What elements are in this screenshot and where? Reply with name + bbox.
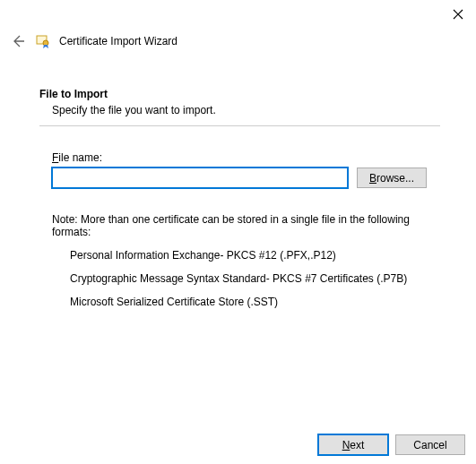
next-button[interactable]: Next (318, 434, 388, 455)
note-item: Personal Information Exchange- PKCS #12 … (70, 249, 440, 262)
page-subheading: Specify the file you want to import. (52, 104, 440, 116)
file-name-input[interactable] (52, 168, 348, 188)
certificate-icon (36, 34, 50, 48)
page-heading: File to Import (39, 88, 440, 100)
divider (39, 125, 440, 126)
back-arrow-icon[interactable] (9, 32, 27, 50)
note-item: Cryptographic Message Syntax Standard- P… (70, 272, 440, 285)
note-item: Microsoft Serialized Certificate Store (… (70, 296, 440, 308)
note-block: Note: More than one certificate can be s… (52, 213, 440, 308)
file-field-block: File name: Browse... (52, 151, 440, 188)
file-input-row: Browse... (52, 168, 440, 188)
browse-button[interactable]: Browse... (357, 168, 427, 188)
note-intro: Note: More than one certificate can be s… (52, 213, 440, 238)
footer-buttons: Next Cancel (318, 434, 465, 455)
cancel-button[interactable]: Cancel (395, 434, 465, 455)
titlebar (0, 0, 476, 29)
file-name-label: File name: (52, 151, 440, 164)
wizard-title: Certificate Import Wizard (59, 35, 177, 47)
wizard-header: Certificate Import Wizard (0, 29, 476, 50)
content-area: File to Import Specify the file you want… (0, 50, 476, 308)
close-icon[interactable] (449, 5, 467, 23)
